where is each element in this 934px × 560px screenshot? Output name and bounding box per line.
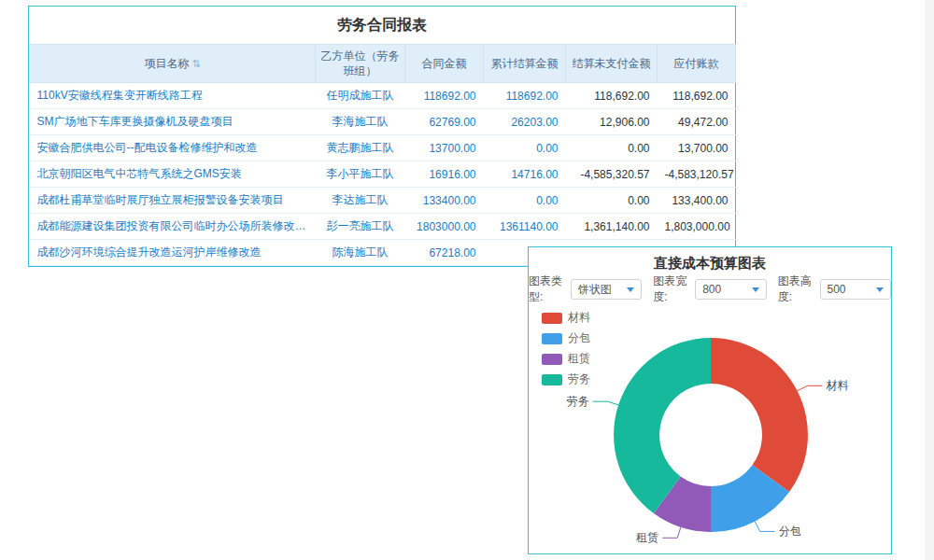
- unpaid-amount-cell: 12,906.00: [566, 109, 658, 135]
- payable-amount-cell: 118,692.00: [658, 83, 736, 109]
- team-cell: 陈海施工队: [316, 240, 405, 266]
- sort-icon[interactable]: ⇅: [191, 58, 200, 69]
- payable-amount-cell: 133,400.00: [658, 188, 736, 214]
- column-header-unpaid-amount: 结算未支付金额: [566, 45, 658, 83]
- chart-height-value: 500: [828, 283, 846, 296]
- column-header-project: 项目名称⇅: [30, 45, 316, 83]
- pie-leader-line: [798, 385, 823, 391]
- payable-amount-cell: 49,472.00: [658, 109, 736, 135]
- column-header-contract-amount: 合同金额: [405, 45, 484, 83]
- report-table: 项目名称⇅ 乙方单位（劳务班组） 合同金额 累计结算金额 结算未支付金额 应付账…: [29, 44, 736, 266]
- contract-amount-cell: 1803000.00: [405, 214, 484, 240]
- pie-slice-label: 材料: [825, 379, 848, 392]
- pie-leader-line: [755, 522, 775, 532]
- chart-width-value: 800: [702, 283, 721, 296]
- team-cell: 李小平施工队: [316, 161, 405, 188]
- column-header-team: 乙方单位（劳务班组）: [316, 45, 405, 83]
- chart-type-label: 图表类型:: [529, 273, 567, 305]
- legend-item[interactable]: 劳务: [542, 371, 590, 387]
- chart-width-select[interactable]: 800: [695, 279, 766, 300]
- unpaid-amount-cell: 0.00: [566, 188, 658, 214]
- pie-slice-label: 分包: [779, 525, 801, 538]
- legend-swatch-icon: [542, 354, 562, 365]
- payable-amount-cell: -4,583,120.57: [658, 161, 736, 188]
- chart-width-control: 图表宽度: 800: [653, 273, 766, 305]
- unpaid-amount-cell: 118,692.00: [566, 83, 658, 109]
- payable-amount-cell: 13,700.00: [658, 135, 736, 161]
- project-link[interactable]: 成都能源建设集团投资有限公司临时办公场所装修改造工程EPC: [30, 214, 316, 240]
- payable-amount-cell: 1,803,000.00: [658, 214, 736, 240]
- chart-region: 材料分包租赁劳务 材料分包租赁劳务: [529, 304, 891, 554]
- chevron-down-icon: [752, 287, 759, 292]
- column-header-settled-amount: 累计结算金额: [484, 45, 566, 83]
- settled-amount-cell: 0.00: [484, 135, 566, 161]
- legend-label: 分包: [568, 330, 590, 346]
- pie-leader-line: [662, 527, 681, 538]
- unpaid-amount-cell: 0.00: [566, 135, 658, 161]
- report-title: 劳务合同报表: [29, 7, 735, 44]
- pie-slice-0[interactable]: [711, 338, 808, 492]
- table-row: SM广场地下车库更换摄像机及硬盘项目李海施工队62769.0026203.001…: [30, 109, 736, 135]
- legend-swatch-icon: [542, 333, 562, 344]
- project-link[interactable]: 成都杜甫草堂临时展厅独立展柜报警设备安装项目: [30, 188, 316, 214]
- team-cell: 任明成施工队: [316, 83, 405, 109]
- chart-height-label: 图表高度:: [778, 273, 816, 305]
- chart-height-select[interactable]: 500: [820, 279, 891, 300]
- chart-width-label: 图表宽度:: [653, 273, 691, 305]
- project-link[interactable]: 成都沙河环境综合提升改造运河护岸维修改造: [30, 240, 316, 266]
- team-cell: 李达施工队: [316, 188, 405, 214]
- column-header-payable: 应付账款: [658, 45, 736, 83]
- settled-amount-cell: 1361140.00: [484, 214, 566, 240]
- contract-amount-cell: 118692.00: [405, 83, 484, 109]
- legend-label: 材料: [568, 310, 590, 326]
- legend-label: 租赁: [568, 351, 590, 367]
- table-row: 北京朝阳区电气中芯特气系统之GMS安装李小平施工队16916.0014716.0…: [30, 161, 736, 188]
- team-cell: 李海施工队: [316, 109, 405, 135]
- project-link[interactable]: 110kV安徽线程集变开断线路工程: [30, 83, 316, 109]
- unpaid-amount-cell: -4,585,320.57: [566, 161, 658, 188]
- settled-amount-cell: 14716.00: [484, 161, 566, 188]
- chart-type-select[interactable]: 饼状图: [571, 279, 642, 300]
- table-row: 安徽合肥供电公司--配电设备检修维护和改造黄志鹏施工队13700.000.000…: [30, 135, 736, 161]
- chart-height-control: 图表高度: 500: [778, 273, 891, 305]
- labor-contract-report-panel: 劳务合同报表 项目名称⇅ 乙方单位（劳务班组） 合同金额 累计结算金额 结算未支…: [28, 6, 736, 267]
- table-row: 110kV安徽线程集变开断线路工程任明成施工队118692.00118692.0…: [30, 83, 736, 109]
- unpaid-amount-cell: 1,361,140.00: [566, 214, 658, 240]
- team-cell: 黄志鹏施工队: [316, 135, 405, 161]
- project-link[interactable]: SM广场地下车库更换摄像机及硬盘项目: [30, 109, 316, 135]
- legend-swatch-icon: [542, 313, 562, 324]
- contract-amount-cell: 62769.00: [405, 109, 484, 135]
- pie-slice-label: 劳务: [567, 395, 589, 408]
- column-header-project-label: 项目名称: [144, 57, 189, 70]
- legend-item[interactable]: 分包: [542, 330, 590, 346]
- team-cell: 彭一亮施工队: [316, 214, 405, 240]
- chart-legend: 材料分包租赁劳务: [542, 310, 590, 387]
- project-link[interactable]: 安徽合肥供电公司--配电设备检修维护和改造: [30, 135, 316, 161]
- pie-leader-line: [593, 401, 618, 405]
- table-row: 成都杜甫草堂临时展厅独立展柜报警设备安装项目李达施工队133400.000.00…: [30, 188, 736, 214]
- legend-swatch-icon: [542, 374, 562, 385]
- settled-amount-cell: 0.00: [484, 188, 566, 214]
- legend-label: 劳务: [568, 371, 590, 387]
- pie-slice-label: 租赁: [635, 531, 658, 544]
- contract-amount-cell: 16916.00: [405, 161, 484, 188]
- table-row: 成都能源建设集团投资有限公司临时办公场所装修改造工程EPC彭一亮施工队18030…: [30, 214, 736, 240]
- chart-type-control: 图表类型: 饼状图: [529, 273, 642, 305]
- contract-amount-cell: 133400.00: [405, 188, 484, 214]
- project-link[interactable]: 北京朝阳区电气中芯特气系统之GMS安装: [30, 161, 316, 188]
- report-table-body: 110kV安徽线程集变开断线路工程任明成施工队118692.00118692.0…: [30, 83, 736, 266]
- contract-amount-cell: 13700.00: [405, 135, 484, 161]
- chart-controls: 图表类型: 饼状图 图表宽度: 800 图表高度: 500: [529, 278, 891, 301]
- scrollbar-track[interactable]: [925, 0, 934, 560]
- report-table-header: 项目名称⇅ 乙方单位（劳务班组） 合同金额 累计结算金额 结算未支付金额 应付账…: [30, 45, 736, 83]
- legend-item[interactable]: 材料: [542, 310, 590, 326]
- chart-type-value: 饼状图: [578, 282, 612, 298]
- settled-amount-cell: 26203.00: [484, 109, 566, 135]
- chevron-down-icon: [876, 287, 884, 292]
- chevron-down-icon: [627, 287, 634, 292]
- settled-amount-cell: 118692.00: [484, 83, 566, 109]
- legend-item[interactable]: 租赁: [542, 351, 590, 367]
- contract-amount-cell: 67218.00: [405, 240, 484, 266]
- direct-cost-budget-chart-panel: 直接成本预算图表 图表类型: 饼状图 图表宽度: 800 图表高度: 500 材…: [528, 246, 892, 554]
